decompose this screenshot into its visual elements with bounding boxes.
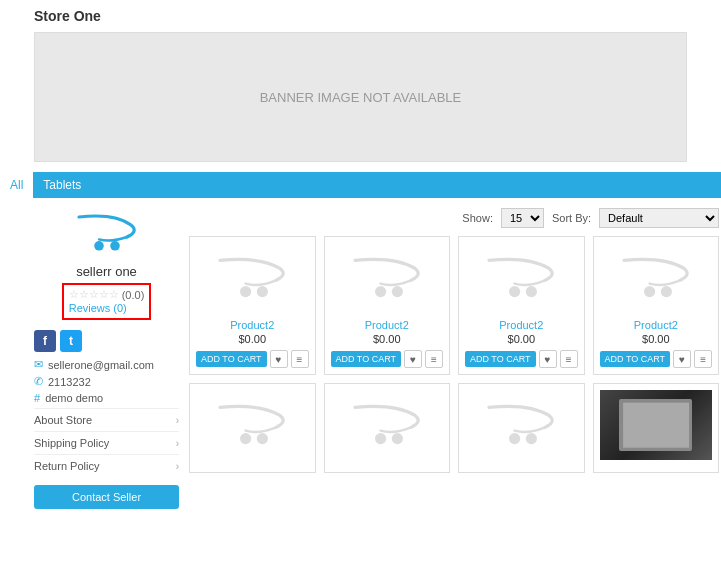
tablet-illustration (600, 390, 713, 460)
banner: BANNER IMAGE NOT AVAILABLE (34, 32, 687, 162)
seller-email: sellerone@gmail.com (48, 359, 154, 371)
svg-point-6 (509, 286, 520, 297)
wishlist-button[interactable]: ♥ (270, 350, 288, 368)
nav-shipping-label: Shipping Policy (34, 437, 109, 449)
tabs-bar: All Tablets (0, 172, 721, 198)
svg-point-13 (392, 433, 403, 444)
add-to-cart-button[interactable]: ADD TO CART (331, 351, 402, 367)
svg-point-14 (509, 433, 520, 444)
product-card-tablet (593, 383, 720, 473)
show-select[interactable]: 15 25 50 (501, 208, 544, 228)
product-card (324, 383, 451, 473)
nav-return-policy[interactable]: Return Policy › (34, 454, 179, 477)
product-image (465, 390, 578, 460)
chevron-icon: › (176, 438, 179, 449)
banner-text: BANNER IMAGE NOT AVAILABLE (260, 90, 462, 105)
seller-email-row: ✉ sellerone@gmail.com (34, 358, 179, 371)
reviews-link[interactable]: Reviews (0) (69, 302, 127, 314)
svg-point-2 (240, 286, 251, 297)
add-to-cart-button[interactable]: ADD TO CART (600, 351, 671, 367)
product-card (189, 383, 316, 473)
product-card: Product2 $0.00 ADD TO CART ♥ ≡ (593, 236, 720, 375)
svg-point-1 (110, 241, 120, 251)
star-rating: ☆☆☆☆☆ (69, 288, 119, 301)
product-image (196, 390, 309, 460)
nav-return-label: Return Policy (34, 460, 99, 472)
chevron-icon: › (176, 415, 179, 426)
compare-button[interactable]: ≡ (694, 350, 712, 368)
email-icon: ✉ (34, 358, 43, 371)
add-to-cart-button[interactable]: ADD TO CART (465, 351, 536, 367)
facebook-icon[interactable]: f (34, 330, 56, 352)
svg-point-7 (526, 286, 537, 297)
main-content: sellerr one ☆☆☆☆☆ (0.0) Reviews (0) f t … (0, 198, 721, 519)
twitter-icon[interactable]: t (60, 330, 82, 352)
svg-point-5 (392, 286, 403, 297)
svg-point-8 (644, 286, 655, 297)
product-price: $0.00 (465, 333, 578, 345)
chevron-icon: › (176, 461, 179, 472)
svg-point-0 (94, 241, 104, 251)
product-image (600, 243, 713, 313)
product-image (331, 243, 444, 313)
rating-box[interactable]: ☆☆☆☆☆ (0.0) Reviews (0) (62, 283, 152, 320)
products-area: Show: 15 25 50 Sort By: Default Price: L… (189, 208, 719, 509)
sidebar: sellerr one ☆☆☆☆☆ (0.0) Reviews (0) f t … (34, 208, 179, 509)
svg-point-15 (526, 433, 537, 444)
product-name[interactable]: Product2 (465, 319, 578, 331)
seller-logo (34, 208, 179, 258)
products-grid: Product2 $0.00 ADD TO CART ♥ ≡ (189, 236, 719, 473)
product-actions: ADD TO CART ♥ ≡ (196, 350, 309, 368)
nav-shipping-policy[interactable]: Shipping Policy › (34, 431, 179, 454)
products-controls: Show: 15 25 50 Sort By: Default Price: L… (189, 208, 719, 228)
store-icon: # (34, 392, 40, 404)
product-image (196, 243, 309, 313)
seller-phone-row: ✆ 2113232 (34, 375, 179, 388)
phone-icon: ✆ (34, 375, 43, 388)
social-icons: f t (34, 330, 179, 352)
tab-all[interactable]: All (0, 172, 33, 198)
seller-phone: 2113232 (48, 376, 91, 388)
product-actions: ADD TO CART ♥ ≡ (465, 350, 578, 368)
product-price: $0.00 (331, 333, 444, 345)
product-actions: ADD TO CART ♥ ≡ (600, 350, 713, 368)
sort-select[interactable]: Default Price: Low to High Price: High t… (599, 208, 719, 228)
wishlist-button[interactable]: ♥ (673, 350, 691, 368)
seller-store-name: demo demo (45, 392, 103, 404)
show-label: Show: (462, 212, 493, 224)
compare-button[interactable]: ≡ (291, 350, 309, 368)
product-price: $0.00 (196, 333, 309, 345)
product-name[interactable]: Product2 (196, 319, 309, 331)
add-to-cart-button[interactable]: ADD TO CART (196, 351, 267, 367)
nav-about-store-label: About Store (34, 414, 92, 426)
product-image-tablet (600, 390, 713, 460)
nav-about-store[interactable]: About Store › (34, 408, 179, 431)
product-image (331, 390, 444, 460)
svg-point-4 (375, 286, 386, 297)
compare-button[interactable]: ≡ (560, 350, 578, 368)
product-card: Product2 $0.00 ADD TO CART ♥ ≡ (189, 236, 316, 375)
product-actions: ADD TO CART ♥ ≡ (331, 350, 444, 368)
product-price: $0.00 (600, 333, 713, 345)
svg-point-3 (257, 286, 268, 297)
product-name[interactable]: Product2 (600, 319, 713, 331)
product-card (458, 383, 585, 473)
wishlist-button[interactable]: ♥ (539, 350, 557, 368)
product-image (465, 243, 578, 313)
seller-store-row: # demo demo (34, 392, 179, 404)
product-card: Product2 $0.00 ADD TO CART ♥ ≡ (458, 236, 585, 375)
svg-point-9 (661, 286, 672, 297)
product-name[interactable]: Product2 (331, 319, 444, 331)
contact-seller-button[interactable]: Contact Seller (34, 485, 179, 509)
seller-name: sellerr one (34, 264, 179, 279)
tablet-screen (619, 399, 692, 452)
compare-button[interactable]: ≡ (425, 350, 443, 368)
svg-point-11 (257, 433, 268, 444)
product-card: Product2 $0.00 ADD TO CART ♥ ≡ (324, 236, 451, 375)
rating-value: (0.0) (122, 289, 145, 301)
wishlist-button[interactable]: ♥ (404, 350, 422, 368)
svg-point-12 (375, 433, 386, 444)
tab-tablets[interactable]: Tablets (33, 172, 91, 198)
sort-label: Sort By: (552, 212, 591, 224)
svg-point-10 (240, 433, 251, 444)
